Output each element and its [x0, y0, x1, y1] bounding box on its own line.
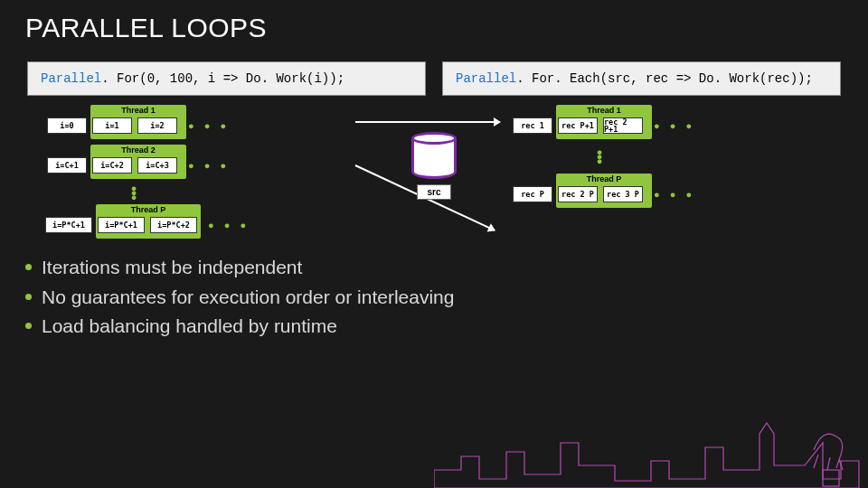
chip: i=C+2 — [92, 157, 132, 174]
chip-row: rec 1 rec P+1 rec 2 P+1 ● ● ● — [513, 117, 695, 134]
list-item: No guarantees for execution order or int… — [42, 283, 841, 313]
code-text: . For(0, 100, i => Do. Work(i)); — [101, 71, 344, 86]
chip: rec P+1 — [558, 117, 598, 134]
chip: i=P*C+1 — [45, 217, 92, 233]
dots-horizontal: ● ● ● — [183, 160, 230, 171]
code-box-for: Parallel. For(0, 100, i => Do. Work(i)); — [27, 61, 426, 96]
code-row: Parallel. For(0, 100, i => Do. Work(i));… — [0, 43, 868, 96]
dots-horizontal: ● ● ● — [648, 189, 695, 200]
chip: i=P*C+1 — [98, 217, 145, 233]
bullet-list: Iterations must be independent No guaran… — [0, 244, 868, 342]
arrow-icon — [355, 121, 500, 123]
svg-rect-0 — [823, 470, 839, 486]
code-keyword: Parallel — [456, 71, 516, 86]
skyline-decoration — [434, 416, 868, 488]
chip: i=P*C+2 — [150, 217, 197, 233]
diagram-left: Thread 1 i=0 i=1 i=2 ● ● ● Thread 2 i=C+… — [27, 99, 375, 244]
database-icon — [411, 132, 457, 183]
chip-row: i=0 i=1 i=2 ● ● ● — [47, 117, 230, 134]
list-item: Load balancing handled by runtime — [42, 312, 841, 342]
dots-horizontal: ● ● ● — [183, 120, 230, 131]
diagram-row: Thread 1 i=0 i=1 i=2 ● ● ● Thread 2 i=C+… — [0, 96, 868, 244]
src-cylinder: src — [384, 132, 484, 200]
dots-vertical: ●●● — [43, 184, 224, 201]
chip: rec 1 — [513, 117, 552, 134]
chip: i=C+1 — [47, 157, 87, 174]
chip: rec 2 P — [558, 186, 598, 202]
chip-row: i=P*C+1 i=P*C+1 i=P*C+2 ● ● ● — [45, 217, 250, 233]
chip: i=C+3 — [137, 157, 177, 174]
thread-group-1: Thread 1 i=0 i=1 i=2 ● ● ● — [43, 105, 375, 139]
chip: rec 2 P+1 — [603, 117, 643, 134]
thread-group-p: Thread P i=P*C+1 i=P*C+1 i=P*C+2 ● ● ● — [43, 204, 375, 239]
thread-group-1: Thread 1 rec 1 rec P+1 rec 2 P+1 ● ● ● — [509, 105, 841, 139]
chip: i=0 — [47, 117, 87, 134]
code-keyword: Parallel — [41, 71, 101, 86]
code-box-foreach: Parallel. For. Each(src, rec => Do. Work… — [442, 61, 841, 96]
chip: rec P — [513, 186, 552, 202]
code-text: . For. Each(src, rec => Do. Work(rec)); — [516, 71, 813, 86]
thread-group-p: Thread P rec P rec 2 P rec 3 P ● ● ● — [509, 174, 841, 208]
thread-group-2: Thread 2 i=C+1 i=C+2 i=C+3 ● ● ● — [43, 145, 375, 179]
src-label: src — [417, 184, 450, 200]
chip-row: i=C+1 i=C+2 i=C+3 ● ● ● — [47, 157, 230, 174]
dots-horizontal: ● ● ● — [648, 120, 695, 131]
chip: i=2 — [137, 117, 177, 134]
chip-row: rec P rec 2 P rec 3 P ● ● ● — [513, 186, 695, 202]
chip: i=1 — [92, 117, 132, 134]
dots-horizontal: ● ● ● — [203, 220, 250, 230]
dots-vertical: ●●● — [509, 148, 690, 164]
page-title: PARALLEL LOOPS — [0, 0, 868, 43]
list-item: Iterations must be independent — [42, 253, 841, 283]
chip: rec 3 P — [603, 186, 643, 202]
